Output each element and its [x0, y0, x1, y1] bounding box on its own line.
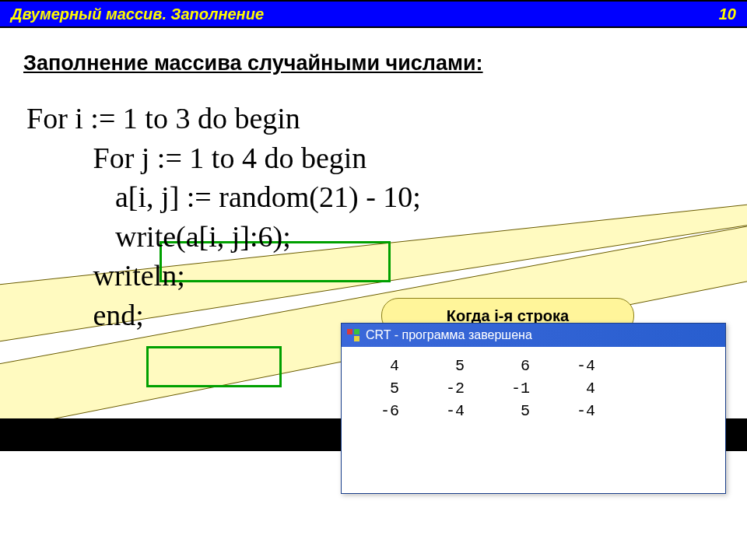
- slide-page-number: 10: [719, 5, 736, 23]
- svg-rect-5: [354, 336, 359, 341]
- crt-output: 4 5 6 -4 5 -2 -1 4 -6 -4 5 -4: [342, 347, 725, 422]
- svg-rect-3: [354, 329, 359, 334]
- cell: 4: [538, 377, 603, 400]
- code-block: For i := 1 to 3 do begin For j := 1 to 4…: [26, 99, 747, 334]
- cell: -4: [538, 400, 603, 422]
- cell: -4: [407, 400, 472, 422]
- crt-titlebar[interactable]: CRT - программа завершена: [342, 324, 725, 347]
- table-row: 4 5 6 -4: [342, 355, 725, 377]
- cell: -1: [472, 377, 538, 400]
- code-line: write(a[i, j]:6);: [26, 217, 747, 257]
- code-line: a[i, j] := random(21) - 10;: [26, 177, 747, 217]
- cell: -2: [407, 377, 472, 400]
- crt-title-text: CRT - программа завершена: [366, 328, 532, 342]
- slide-title: Двумерный массив. Заполнение: [11, 5, 264, 23]
- cell: 5: [342, 377, 407, 400]
- slide-header: Двумерный массив. Заполнение 10: [0, 0, 747, 28]
- table-row: -6 -4 5 -4: [342, 400, 725, 422]
- app-icon: [346, 328, 360, 342]
- code-line: For i := 1 to 3 do begin: [26, 99, 747, 138]
- cell: 4: [342, 355, 407, 377]
- svg-rect-4: [347, 336, 352, 341]
- section-heading: Заполнение массива случайными числами:: [23, 51, 747, 75]
- crt-window[interactable]: CRT - программа завершена 4 5 6 -4 5 -2 …: [341, 323, 726, 494]
- svg-rect-2: [347, 329, 352, 334]
- highlight-box-writeln: [146, 346, 282, 387]
- table-row: 5 -2 -1 4: [342, 377, 725, 400]
- cell: -6: [342, 400, 407, 422]
- cell: 6: [472, 355, 538, 377]
- cell: 5: [407, 355, 472, 377]
- cell: -4: [538, 355, 603, 377]
- cell: 5: [472, 400, 538, 422]
- code-line: writeln;: [26, 256, 747, 296]
- code-line: For j := 1 to 4 do begin: [26, 138, 747, 178]
